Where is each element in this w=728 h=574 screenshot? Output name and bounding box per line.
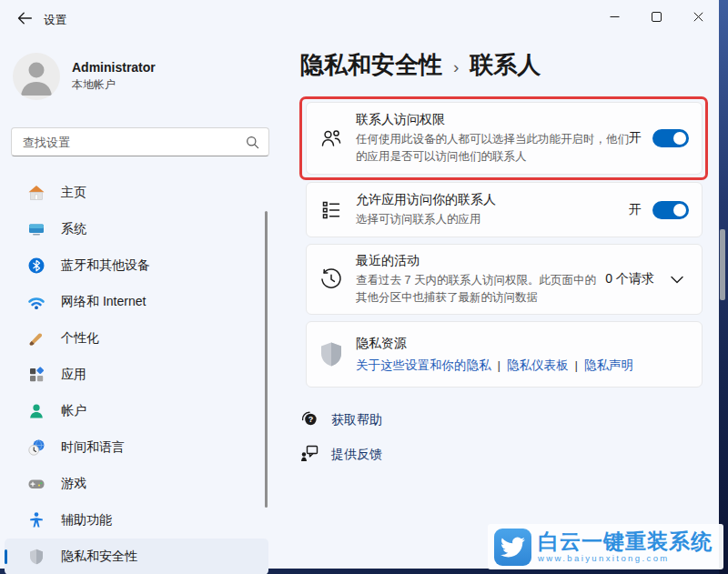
user-meta: Administrator 本地帐户	[72, 60, 156, 93]
watermark-text: 白云一键重装系统 www.baiyunxitong.com	[538, 530, 713, 563]
sidebar-item-system[interactable]: 系统	[5, 211, 268, 247]
feedback-icon	[300, 444, 318, 466]
privacy-links: 关于这些设置和你的隐私|隐私仪表板|隐私声明	[356, 357, 689, 374]
background-scrollbar-thumb	[720, 229, 725, 300]
setting-description: 选择可访问联系人的应用	[356, 211, 629, 227]
toggle-knob	[673, 204, 686, 217]
app-list-icon	[307, 199, 356, 221]
toggle-state-label: 开	[629, 202, 642, 218]
link-separator: |	[498, 358, 501, 372]
sidebar-item-home[interactable]: 主页	[5, 175, 268, 211]
brush-icon	[27, 329, 46, 347]
toggle-group: 开	[629, 201, 689, 219]
setting-title: 隐私资源	[356, 336, 689, 352]
get-help-link[interactable]: ? 获取帮助	[300, 409, 382, 431]
sidebar-item-apps[interactable]: 应用	[5, 357, 268, 393]
link-separator: |	[575, 358, 579, 372]
sidebar-item-bluetooth[interactable]: 蓝牙和其他设备	[5, 247, 268, 284]
card-contacts-access: 联系人访问权限 任何使用此设备的人都可以选择当此功能开启时，他们的应用是否可以访…	[306, 102, 703, 175]
sidebar-item-label: 应用	[61, 367, 86, 383]
apps-icon	[27, 366, 46, 384]
sidebar-item-label: 隐私和安全性	[61, 549, 137, 565]
sidebar-item-label: 蓝牙和其他设备	[61, 257, 150, 274]
card-text: 最近的活动 查看过去 7 天内的联系人访问权限。此页面中的其他分区中也捕获了最新…	[356, 253, 605, 305]
minimize-icon	[610, 11, 620, 25]
sidebar-item-personalization[interactable]: 个性化	[5, 320, 268, 357]
accessibility-icon	[27, 511, 46, 529]
contacts-access-toggle[interactable]	[652, 129, 689, 147]
sidebar-item-time-language[interactable]: 时间和语言	[5, 429, 268, 466]
toggle-group: 开	[629, 129, 689, 147]
get-help-icon: ?	[300, 409, 318, 431]
sidebar-item-privacy-security[interactable]: 隐私和安全性	[5, 539, 268, 574]
link-privacy-statement[interactable]: 隐私声明	[584, 358, 633, 372]
requests-count: 0 个请求	[605, 271, 654, 287]
maximize-button[interactable]	[635, 0, 677, 35]
footer-link-label: 提供反馈	[331, 447, 382, 463]
sidebar-item-label: 主页	[61, 185, 86, 201]
sidebar-item-network[interactable]: 网络和 Internet	[5, 284, 268, 320]
setting-title: 最近的活动	[356, 253, 605, 269]
search-box	[11, 127, 269, 156]
expand-button[interactable]	[665, 269, 689, 290]
back-arrow-icon	[17, 12, 32, 27]
sidebar-item-label: 游戏	[61, 476, 86, 492]
setting-title: 允许应用访问你的联系人	[356, 192, 629, 208]
account-type: 本地帐户	[72, 77, 156, 93]
allow-apps-toggle[interactable]	[652, 201, 689, 219]
selected-indicator	[5, 549, 7, 564]
time-language-icon	[27, 438, 46, 457]
sidebar-item-gaming[interactable]: 游戏	[5, 466, 268, 502]
breadcrumb: 隐私和安全性 › 联系人	[300, 49, 541, 81]
settings-window: 设置 Administrator 本地帐户	[0, 0, 719, 569]
watermark-title: 白云一键重装系统	[538, 530, 713, 552]
expander-group: 0 个请求	[605, 269, 689, 290]
sidebar-item-label: 辅助功能	[61, 512, 112, 529]
page-title: 联系人	[470, 49, 541, 81]
card-text: 联系人访问权限 任何使用此设备的人都可以选择当此功能开启时，他们的应用是否可以访…	[356, 112, 629, 164]
card-recent-activity[interactable]: 最近的活动 查看过去 7 天内的联系人访问权限。此页面中的其他分区中也捕获了最新…	[306, 244, 703, 315]
search-input[interactable]	[12, 128, 268, 156]
maximize-icon	[652, 11, 662, 25]
sidebar-item-label: 时间和语言	[61, 439, 125, 456]
svg-text:?: ?	[308, 415, 314, 424]
give-feedback-link[interactable]: 提供反馈	[300, 444, 382, 466]
shield-icon	[307, 341, 356, 368]
toggle-knob	[673, 132, 686, 145]
card-text: 隐私资源 关于这些设置和你的隐私|隐私仪表板|隐私声明	[356, 336, 689, 374]
watermark-banner: 白云一键重装系统 www.baiyunxitong.com	[488, 524, 723, 569]
chevron-down-icon	[671, 273, 683, 287]
setting-description: 任何使用此设备的人都可以选择当此功能开启时，他们的应用是否可以访问他们的联系人	[356, 131, 629, 164]
search-icon	[246, 136, 259, 153]
minimize-button[interactable]	[593, 0, 635, 35]
breadcrumb-parent[interactable]: 隐私和安全性	[300, 49, 442, 81]
sidebar-item-label: 网络和 Internet	[61, 294, 146, 310]
card-text: 允许应用访问你的联系人 选择可访问联系人的应用	[356, 192, 629, 227]
gamepad-icon	[27, 475, 46, 493]
close-button[interactable]	[677, 0, 719, 35]
link-privacy-dashboard[interactable]: 隐私仪表板	[507, 358, 569, 372]
sidebar-item-label: 帐户	[61, 403, 86, 419]
person-icon	[13, 53, 60, 100]
sidebar-item-label: 系统	[61, 221, 86, 237]
sidebar-item-accounts[interactable]: 帐户	[5, 393, 268, 429]
accounts-person-icon	[27, 402, 46, 420]
footer-link-label: 获取帮助	[331, 412, 382, 428]
wifi-icon	[27, 293, 46, 311]
system-icon	[27, 220, 46, 238]
user-account-block[interactable]: Administrator 本地帐户	[13, 53, 156, 100]
sidebar-scrollbar[interactable]	[265, 211, 268, 508]
window-controls	[593, 0, 719, 35]
bluetooth-icon	[27, 257, 46, 275]
setting-title: 联系人访问权限	[356, 112, 629, 128]
link-about-settings-privacy[interactable]: 关于这些设置和你的隐私	[356, 358, 491, 372]
watermark-url: www.baiyunxitong.com	[538, 553, 713, 563]
toggle-state-label: 开	[629, 130, 642, 146]
privacy-shield-icon	[27, 548, 46, 566]
close-icon	[693, 11, 703, 25]
user-name: Administrator	[72, 60, 156, 75]
card-allow-apps-access: 允许应用访问你的联系人 选择可访问联系人的应用 开	[306, 182, 703, 237]
sidebar-item-accessibility[interactable]: 辅助功能	[5, 502, 268, 539]
back-button[interactable]	[11, 7, 38, 31]
contacts-people-icon	[307, 126, 356, 150]
